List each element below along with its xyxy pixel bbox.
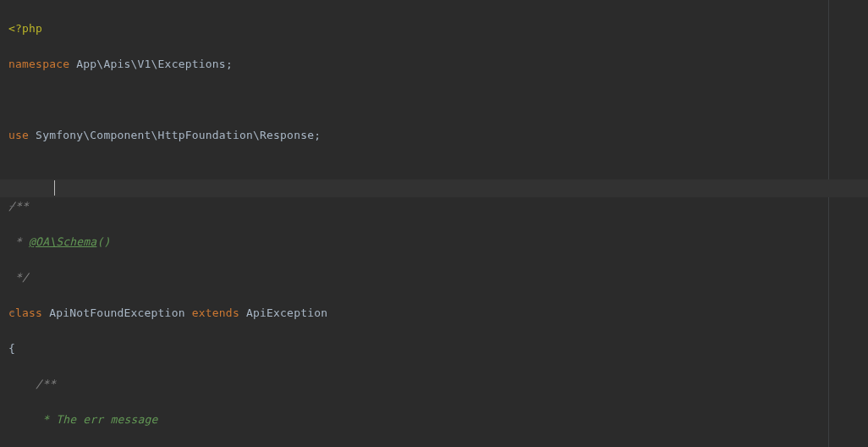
- code-line: <?php: [8, 19, 868, 37]
- namespace-path: App\Apis\V1\Exceptions: [69, 58, 226, 70]
- code-line: namespace App\Apis\V1\Exceptions;: [8, 55, 868, 73]
- code-line: −class ApiNotFoundException extends ApiE…: [8, 304, 868, 322]
- class-name: ApiNotFoundException: [42, 306, 192, 319]
- blank-line: [8, 91, 868, 108]
- doc-description: * The err message: [8, 413, 158, 426]
- kw-use: use: [8, 129, 29, 141]
- docblock-line: * The err message: [8, 411, 868, 428]
- fold-toggle-icon[interactable]: −: [8, 304, 15, 322]
- fold-toggle-icon[interactable]: −: [8, 197, 15, 215]
- kw-extends: extends: [192, 306, 239, 319]
- code-editor[interactable]: <?php namespace App\Apis\V1\Exceptions; …: [0, 0, 868, 447]
- docblock-line: /**: [8, 375, 868, 393]
- docblock-line: * @OA\Schema(): [8, 233, 868, 251]
- kw-namespace: namespace: [8, 58, 69, 70]
- blank-line: [8, 162, 868, 179]
- oa-schema-annotation: @OA\Schema: [29, 235, 96, 248]
- docblock-line: */: [8, 268, 868, 286]
- php-open-tag: <?php: [8, 22, 42, 35]
- parent-class: ApiException: [239, 306, 327, 319]
- code-line: {: [8, 339, 868, 357]
- docblock-line: −/**: [8, 197, 868, 215]
- code-line: use Symfony\Component\HttpFoundation\Res…: [8, 126, 868, 144]
- use-path: Symfony\Component\HttpFoundation\Respons…: [29, 129, 314, 141]
